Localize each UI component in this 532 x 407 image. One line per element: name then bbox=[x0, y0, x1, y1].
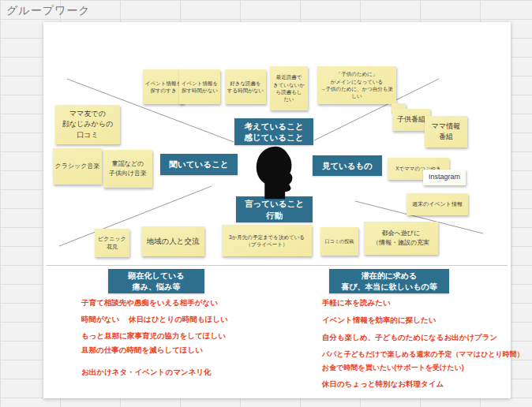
sticky-note[interactable]: 週末のイベント情報 bbox=[406, 193, 468, 215]
sticky-note[interactable]: 3か月先の予定までを決めている （プライベート） bbox=[222, 225, 312, 256]
sticky-note[interactable]: イベント情報を 探すのすき bbox=[143, 69, 184, 104]
pain-item[interactable]: 時間がない 休日はひとりの時間もほしい bbox=[81, 315, 228, 325]
quadrant-see[interactable]: 見ているもの bbox=[313, 155, 382, 176]
gain-item[interactable]: 手軽に本を読みたい bbox=[322, 298, 524, 308]
sticky-note[interactable]: ママ情報 番組 bbox=[425, 116, 467, 147]
gain-item[interactable]: お金で時間を買いたい(サポートを受けたい) bbox=[322, 363, 524, 373]
gain-item[interactable]: 休日のちょっと特別なお料理タイム bbox=[322, 379, 524, 390]
sticky-note[interactable]: ママ友での 顔なじみからの 口コミ bbox=[55, 105, 120, 144]
sticky-note[interactable]: Instagram bbox=[423, 170, 466, 185]
sticky-note[interactable]: イベント情報を 探す時間がない bbox=[179, 69, 220, 104]
sticky-note[interactable]: 口コミの投稿 bbox=[320, 227, 358, 256]
quadrant-hear[interactable]: 聞いていること bbox=[160, 154, 238, 175]
sticky-note[interactable]: 最近読書で きていないか ら読書もし たい bbox=[270, 66, 308, 110]
gain-item[interactable]: イベント情報を効率的に探したい bbox=[322, 316, 524, 326]
pain-item[interactable]: 子育て相談先や愚痴をいえる相手がない bbox=[81, 298, 228, 308]
pain-item[interactable]: 旦那の仕事の時間を減らしてほしい bbox=[81, 345, 228, 356]
sticky-note[interactable]: 好きな読書を する時間がない bbox=[225, 69, 266, 104]
pain-item[interactable]: お出かけネタ・イベントのマンネリ化 bbox=[81, 368, 228, 378]
sticky-note[interactable]: 地域の人と交流 bbox=[141, 226, 204, 256]
sticky-note[interactable]: クラシック音楽 bbox=[53, 148, 102, 185]
sticky-note[interactable]: ピクニック 花見 bbox=[95, 229, 129, 257]
sticky-note[interactable]: 「子供のために」 がメインになっている →子供のために、かつ自分も楽しい bbox=[317, 66, 396, 104]
gains-list: 手軽に本を読みたい イベント情報を効率的に探したい 自分も楽しめ、子どものために… bbox=[322, 298, 524, 390]
sticky-note[interactable]: 童謡などの 子供向け音楽 bbox=[103, 150, 152, 188]
gain-item[interactable]: パパと子どもだけで楽しめる週末の予定（ママはひとり時間） bbox=[322, 349, 524, 360]
pains-list: 子育て相談先や愚痴をいえる相手がない 時間がない 休日はひとりの時間もほしい も… bbox=[81, 298, 228, 378]
pain-item[interactable]: もっと旦那に家事育児の協力をしてほしい bbox=[81, 331, 228, 342]
pains-header[interactable]: 顕在化している 痛み、悩み等 bbox=[108, 269, 204, 293]
gain-item[interactable]: 自分も楽しめ、子どものためになるお出かけプラン bbox=[322, 333, 524, 343]
whiteboard-screen: グループワーク イベント情報を 探すのすき イベント情報を 探す時間がない 好き… bbox=[0, 0, 532, 407]
person-head-silhouette-icon bbox=[249, 144, 298, 202]
gains-header[interactable]: 潜在的に求める 喜び、本当に欲しいもの等 bbox=[329, 269, 449, 293]
whiteboard-canvas[interactable]: イベント情報を 探すのすき イベント情報を 探す時間がない 好きな読書を する時… bbox=[43, 22, 511, 398]
sticky-note[interactable]: 都会へ遊びに （情報・施設の充実 bbox=[364, 222, 438, 255]
quadrant-think-feel[interactable]: 考えていること 感じていること bbox=[234, 118, 313, 145]
board-title: グループワーク bbox=[6, 4, 91, 18]
section-divider-line bbox=[47, 265, 508, 266]
